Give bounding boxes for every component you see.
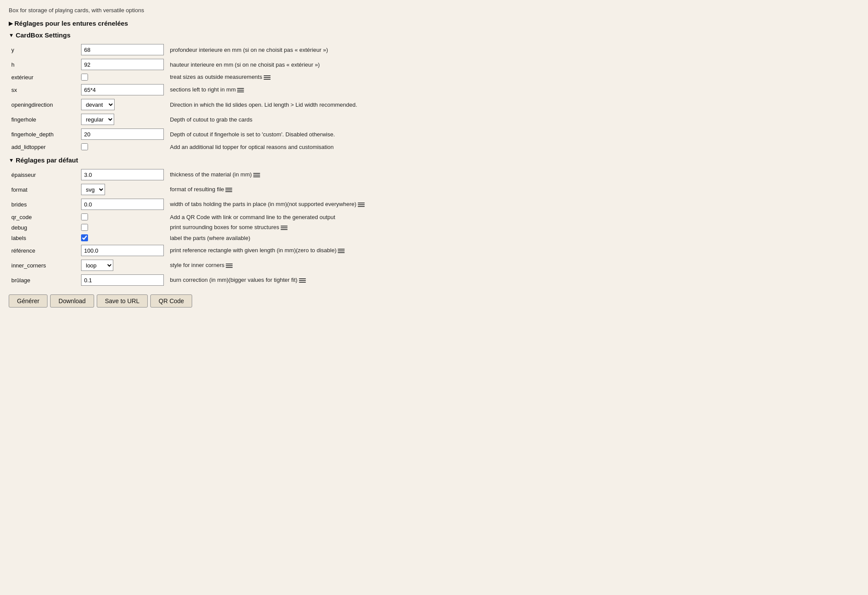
menu-icon[interactable] [264,74,271,81]
input-fingerhole-depth[interactable] [81,128,164,140]
menu-icon[interactable] [281,225,288,231]
field-description-y: profondeur interieure en mm (si on ne ch… [170,47,328,53]
generer-button[interactable]: Générer [9,294,47,308]
menu-icon[interactable] [338,248,345,254]
table-row: inner_cornersloopcornerendingstyle for i… [9,258,859,273]
checkbox-add-lidtopper[interactable] [81,143,88,150]
field-description-h: hauteur interieure en mm (si on ne chois… [170,61,320,68]
field-label-openingdirection: openingdirection [11,101,53,108]
table-row: brideswidth of tabs holding the parts in… [9,197,859,212]
input-y[interactable] [81,44,164,55]
field-description-brides: width of tabs holding the parts in place… [170,201,356,207]
field-label-r-f-rence: référence [11,247,35,254]
table-row: add_lidtopperAdd an additional lid toppe… [9,142,859,152]
field-label-brides: brides [11,201,27,208]
table-row: sxsections left to right in mm [9,82,859,97]
section-header-reglages-defaut[interactable]: ▼ Réglages par défaut [9,156,859,164]
field-label--paisseur: épaisseur [11,172,36,178]
section-header-cardbox-settings[interactable]: ▼ CardBox Settings [9,31,859,39]
field-label-sx: sx [11,87,17,93]
section-title-cardbox-settings: CardBox Settings [16,31,71,39]
field-label-qr-code: qr_code [11,214,32,220]
field-label-debug: debug [11,224,27,231]
field-label-labels: labels [11,235,26,241]
table-row: extérieurtreat sizes as outside measurem… [9,72,859,82]
table-row: brûlageburn correction (in mm)(bigger va… [9,273,859,287]
field-description-inner-corners: style for inner corners [170,262,224,268]
button-row: GénérerDownloadSave to URLQR Code [9,294,859,308]
field-description-qr-code: Add a QR Code with link or command line … [170,214,335,220]
table-row: debugprint surrounding boxes for some st… [9,222,859,233]
qr-code-button[interactable]: QR Code [150,294,192,308]
input-h[interactable] [81,59,164,70]
table-row: fingerhole_depthDepth of cutout if finge… [9,127,859,142]
table-row: qr_codeAdd a QR Code with link or comman… [9,212,859,222]
field-description-openingdirection: Direction in which the lid slides open. … [170,101,357,108]
menu-icon[interactable] [253,172,260,178]
menu-icon[interactable] [225,187,232,193]
field-label-fingerhole-depth: fingerhole_depth [11,131,54,138]
table-row: openingdirectiondevantarrièregauchedroit… [9,97,859,112]
table-row: hhauteur interieure en mm (si on ne choi… [9,57,859,72]
field-description-format: format of resulting file [170,186,224,193]
field-label-fingerhole: fingerhole [11,116,36,123]
section-header-reglages-entures[interactable]: ▶ Réglages pour les entures crénelées [9,20,859,27]
page-description: Box for storage of playing cards, with v… [9,7,859,14]
field-label-inner-corners: inner_corners [11,262,46,269]
select-openingdirection[interactable]: devantarrièregauchedroite [81,99,115,110]
save-to-url-button[interactable]: Save to URL [97,294,148,308]
menu-icon[interactable] [358,202,365,208]
table-row: fingerholeregularsmalllargecustomnoneDep… [9,112,859,127]
table-row: épaisseurthickness of the material (in m… [9,167,859,182]
section-arrow-cardbox-settings: ▼ [9,32,14,38]
section-arrow-reglages-entures: ▶ [9,20,13,27]
input-br-lage[interactable] [81,274,164,286]
menu-icon[interactable] [226,263,233,269]
checkbox-ext-rieur[interactable] [81,74,88,81]
field-label-add-lidtopper: add_lidtopper [11,144,46,150]
field-description-add-lidtopper: Add an additional lid topper for optical… [170,144,334,150]
field-description-br-lage: burn correction (in mm)(bigger values fo… [170,277,298,283]
field-label-y: y [11,47,14,53]
field-description-ext-rieur: treat sizes as outside measurements [170,74,262,80]
field-description-sx: sections left to right in mm [170,86,236,93]
section-title-reglages-defaut: Réglages par défaut [16,156,78,164]
section-title-reglages-entures: Réglages pour les entures crénelées [14,20,128,27]
select-format[interactable]: svgpdfdxfps [81,184,105,195]
table-row: référenceprint reference rectangle with … [9,243,859,258]
settings-table-cardbox-settings: yprofondeur interieure en mm (si on ne c… [9,42,859,152]
checkbox-labels[interactable] [81,234,88,241]
menu-icon[interactable] [299,277,306,284]
field-label-ext-rieur: extérieur [11,74,34,81]
section-cardbox-settings: ▼ CardBox Settingsyprofondeur interieure… [9,31,859,152]
table-row: yprofondeur interieure en mm (si on ne c… [9,42,859,57]
section-reglages-defaut: ▼ Réglages par défautépaisseurthickness … [9,156,859,287]
settings-table-reglages-defaut: épaisseurthickness of the material (in m… [9,167,859,287]
field-description-r-f-rence: print reference rectangle with given len… [170,247,336,254]
section-arrow-reglages-defaut: ▼ [9,157,14,163]
checkbox-debug[interactable] [81,224,88,231]
checkbox-qr-code[interactable] [81,213,88,220]
field-label-h: h [11,61,14,68]
field-label-br-lage: brûlage [11,277,30,284]
input--paisseur[interactable] [81,169,164,180]
field-description-labels: label the parts (where available) [170,235,250,241]
field-description-fingerhole-depth: Depth of cutout if fingerhole is set to … [170,131,335,138]
download-button[interactable]: Download [50,294,94,308]
field-description-debug: print surrounding boxes for some structu… [170,224,279,230]
table-row: labelslabel the parts (where available) [9,233,859,243]
section-reglages-entures: ▶ Réglages pour les entures crénelées [9,20,859,27]
field-description-fingerhole: Depth of cutout to grab the cards [170,116,252,123]
field-description--paisseur: thickness of the material (in mm) [170,171,252,178]
input-sx[interactable] [81,84,164,95]
field-label-format: format [11,186,27,193]
table-row: formatsvgpdfdxfpsformat of resulting fil… [9,182,859,197]
input-r-f-rence[interactable] [81,245,164,256]
select-inner-corners[interactable]: loopcornerending [81,260,113,271]
input-brides[interactable] [81,199,164,210]
select-fingerhole[interactable]: regularsmalllargecustomnone [81,114,114,125]
menu-icon[interactable] [237,87,244,93]
